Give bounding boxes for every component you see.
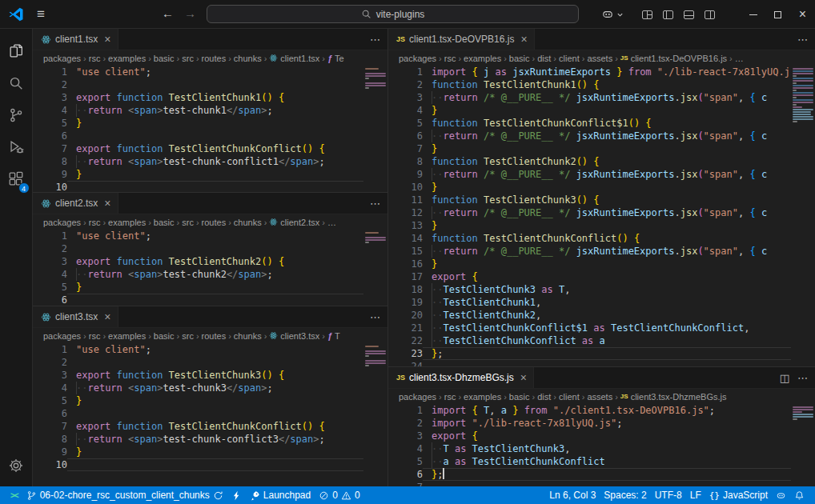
code-line[interactable]: 6 [33,407,363,420]
code-line[interactable]: 6··return /* @__PURE__ */ jsxRuntimeExpo… [388,130,791,142]
sidebar-item-source-control[interactable] [0,99,33,131]
code-line[interactable]: 23}; [388,347,791,360]
breadcrumb-segment[interactable]: basic [154,54,175,63]
code-line[interactable]: 12··return /* @__PURE__ */ jsxRuntimeExp… [388,206,791,219]
code-line[interactable]: 16} [388,258,791,270]
code-line[interactable]: 4··return <span>test-chunk2</span>; [33,268,363,281]
code-line[interactable]: 8function TestClientChunk2() { [388,155,791,168]
code-area[interactable]: 1import { j as jsxRuntimeExports } from … [388,66,791,366]
code-line[interactable]: 6 [33,130,363,142]
breadcrumb-segment[interactable]: Te [335,54,344,63]
more-actions-icon[interactable]: ⋯ [797,373,808,383]
breadcrumb-segment[interactable]: src [182,54,194,63]
sidebar-item-run-debug[interactable] [0,131,33,163]
code-line[interactable]: 11function TestClientChunk3() { [388,194,791,206]
window-minimize-button[interactable] [741,0,765,29]
code-line[interactable]: 20··TestClientChunk2, [388,309,791,322]
breadcrumb-segment[interactable]: packages [43,331,81,341]
breadcrumb-segment[interactable]: routes [202,218,227,227]
window-close-button[interactable]: × [790,0,815,29]
code-line[interactable]: 21··TestClientChunkConflict$1 as TestCli… [388,322,791,334]
code-line[interactable]: 9} [33,446,363,458]
code-line[interactable]: 22··TestClientChunkConflict as a [388,334,791,347]
code-line[interactable]: 4··return <span>test-chunk3</span>; [33,382,363,394]
breadcrumb-segment[interactable]: … [327,218,336,227]
breadcrumb-segment[interactable]: routes [202,54,227,63]
language-mode[interactable]: {} JavaScript [705,486,772,504]
breadcrumb-segment[interactable]: rsc [444,392,456,402]
code-line[interactable]: 10} [388,181,791,194]
code-line[interactable]: 4} [388,104,791,117]
code-area[interactable]: 1"use client";23export function TestClie… [33,66,363,192]
breadcrumb-segment[interactable]: src [182,218,194,227]
breadcrumb-segment[interactable]: rsc [89,331,101,341]
minimap[interactable] [791,66,815,366]
breadcrumb-segment[interactable]: assets [587,392,612,402]
code-line[interactable]: 7export function TestClientChunkConflict… [33,142,363,155]
breadcrumb-segment[interactable]: basic [509,54,530,63]
code-line[interactable]: 2function TestClientChunk1() { [388,78,791,91]
breadcrumb-segment[interactable]: client1.tsx-DeOVPB16.js [631,54,727,63]
minimap[interactable] [363,66,387,192]
code-line[interactable]: 14function TestClientChunkConflict() { [388,232,791,245]
code-line[interactable]: 3export function TestClientChunk3() { [33,369,363,382]
code-line[interactable]: 5function TestClientChunkConflict$1() { [388,117,791,130]
eol-sequence[interactable]: LF [686,486,705,504]
code-area[interactable]: 1"use client";23export function TestClie… [33,343,363,486]
minimap[interactable] [363,343,387,486]
split-editor-icon[interactable]: ◫ [780,373,789,383]
settings-gear[interactable] [0,450,33,482]
code-line[interactable]: 13} [388,219,791,232]
encoding[interactable]: UTF-8 [651,486,686,504]
code-line[interactable]: 5} [33,394,363,407]
tab[interactable]: client3.tsx × [33,306,118,327]
breadcrumb[interactable]: packages›rsc›examples›basic›dist›client›… [388,50,815,66]
branch-status[interactable]: 06-02-chore_rsc_custom_client_chunks [22,486,227,504]
code-line[interactable]: 2import "./lib-react-7x81lyUQ.js"; [388,417,791,430]
close-icon[interactable]: × [104,33,110,46]
more-actions-icon[interactable]: ⋯ [370,312,380,322]
breadcrumb[interactable]: packages›rsc›examples›basic›src›routes›c… [33,50,387,66]
code-area[interactable]: 1"use client";23export function TestClie… [33,230,363,306]
breadcrumb-segment[interactable]: dist [537,54,551,63]
sidebar-item-explorer[interactable] [0,35,33,67]
breadcrumb-segment[interactable]: client1.tsx [280,54,319,63]
tab[interactable]: client1.tsx × [33,29,118,50]
more-actions-icon[interactable]: ⋯ [797,34,808,45]
code-line[interactable]: 10 [33,458,363,471]
breadcrumb-segment[interactable]: examples [108,218,146,227]
code-line[interactable]: 17export { [388,270,791,283]
notifications[interactable] [790,486,809,504]
indentation[interactable]: Spaces: 2 [600,486,650,504]
more-actions-icon[interactable]: ⋯ [370,198,380,209]
code-line[interactable]: 3export { [388,430,791,442]
breadcrumb-segment[interactable]: assets [587,54,612,63]
breadcrumb-segment[interactable]: packages [399,392,436,402]
breadcrumb-segment[interactable]: basic [154,218,175,227]
code-line[interactable]: 3export function TestClientChunk2() { [33,255,363,268]
launchpad-status[interactable]: Launchpad [246,486,315,504]
command-center-search[interactable]: vite-plugins [207,5,579,23]
breadcrumb-segment[interactable]: basic [154,331,175,341]
breadcrumb-segment[interactable]: T [335,331,340,341]
code-line[interactable]: 24 [388,360,791,366]
code-line[interactable]: 4··T as TestClientChunk3, [388,442,791,455]
minimap[interactable] [791,404,815,486]
breadcrumb[interactable]: packages›rsc›examples›basic›src›routes›c… [33,328,387,343]
back-arrow-icon[interactable]: ← [162,6,174,20]
breadcrumb-segment[interactable]: basic [509,392,530,402]
toggle-primary-sidebar-icon[interactable] [657,0,678,29]
more-actions-icon[interactable]: ⋯ [370,34,380,45]
breadcrumb[interactable]: packages›rsc›examples›basic›src›routes›c… [33,214,387,230]
breadcrumb-segment[interactable]: client3.tsx [280,331,319,341]
breadcrumb[interactable]: packages›rsc›examples›basic›dist›client›… [388,389,815,404]
code-line[interactable]: 9} [33,168,363,181]
breadcrumb-segment[interactable]: rsc [444,54,456,63]
breadcrumb-segment[interactable]: client [559,392,580,402]
code-line[interactable]: 3export function TestClientChunk1() { [33,91,363,104]
code-line[interactable]: 15··return /* @__PURE__ */ jsxRuntimeExp… [388,245,791,258]
breadcrumb-segment[interactable]: src [182,331,194,341]
breadcrumb-segment[interactable]: dist [537,392,551,402]
code-line[interactable]: 2 [33,356,363,369]
code-line[interactable]: 7export function TestClientChunkConflict… [33,420,363,433]
